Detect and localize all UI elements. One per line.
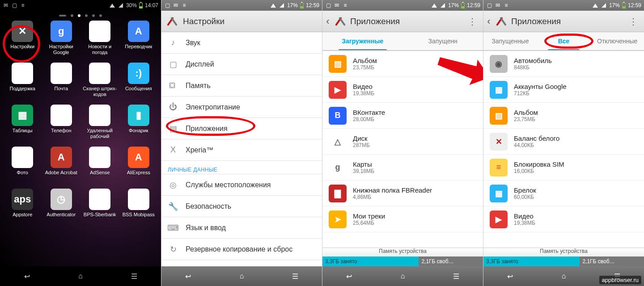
app-row-Блокировка SIM[interactable]: ≡Блокировка SIM16,00КБ (483, 155, 644, 181)
nav-back[interactable]: ↩ (339, 271, 359, 282)
setting-Резервное копирование и сброс[interactable]: ↻Резервное копирование и сброс (161, 239, 322, 260)
app-icon: A (128, 147, 149, 168)
app-size: 23,75МБ (514, 116, 538, 122)
app-label: BPS-Sberbank (84, 212, 116, 218)
setting-Память[interactable]: ⛋Память (161, 75, 322, 97)
nav-recents[interactable]: ☰ (607, 271, 627, 282)
setting-label: Память (186, 82, 211, 90)
nav-recents[interactable]: ☰ (124, 271, 144, 282)
app-Поддержка[interactable]: XcПоддержка (4, 63, 42, 104)
panel-home: ✉ ▢ ≡ 30% 14:07 ✕НастройкиgНастройки Goo… (0, 0, 161, 286)
app-Фото[interactable]: ✦Фото (4, 147, 42, 188)
app-Переводчик[interactable]: AПереводчик (120, 21, 158, 62)
app-row-Альбом[interactable]: ▧Альбом23,75МБ (322, 51, 483, 77)
app-row-Автомобиль[interactable]: ◉Автомобиль848КБ (483, 51, 644, 77)
nav-home[interactable]: ⌂ (554, 271, 573, 282)
app-AliExpress[interactable]: AAliExpress (120, 147, 158, 188)
nav-home[interactable]: ⌂ (71, 271, 90, 282)
app-icon: A (128, 21, 149, 42)
nav-back[interactable]: ↩ (500, 271, 520, 282)
app-row-Мои треки[interactable]: ➤Мои треки25,64МБ (322, 206, 483, 232)
app-label: Настройки (10, 44, 34, 50)
back-button[interactable]: ‹ (485, 16, 492, 27)
app-name: Мои треки (353, 212, 385, 220)
setting-label: Электропитание (186, 103, 240, 111)
app-row-ВКонтакте[interactable]: BВКонтакте28,00МБ (322, 103, 483, 129)
app-Настройки Google[interactable]: gНастройки Google (42, 21, 80, 62)
app-Таблицы[interactable]: ▦Таблицы (4, 105, 42, 146)
setting-Службы местоположения[interactable]: ◎Службы местоположения (161, 174, 322, 196)
app-label: AliExpress (127, 170, 150, 176)
setting-Дисплей[interactable]: ▢Дисплей (161, 54, 322, 75)
setting-Xperia™[interactable]: XXperia™ (161, 139, 322, 161)
app-name: Видео (353, 83, 374, 90)
app-name: Книжная полка FBReader (353, 186, 432, 194)
app-label: Удаленный рабочий (81, 128, 118, 139)
setting-Приложения[interactable]: ▤Приложения (161, 118, 322, 139)
setting-Язык и ввод[interactable]: ⌨Язык и ввод (161, 217, 322, 239)
tab-Запущенные[interactable]: Запущенные (483, 32, 537, 50)
nav-home[interactable]: ⌂ (393, 271, 412, 282)
setting-Звук[interactable]: ♪Звук (161, 32, 322, 54)
app-row-Карты[interactable]: gКарты39,18МБ (322, 155, 483, 181)
setting-Безопасность[interactable]: 🔧Безопасность (161, 196, 322, 217)
overflow-menu[interactable]: ⋮ (626, 16, 640, 27)
screen-title: Настройки (183, 17, 225, 26)
app-Фонарик[interactable]: ▮Фонарик (120, 105, 158, 146)
app-row-Видео[interactable]: ▶Видео19,38МБ (322, 77, 483, 103)
action-bar: ‹ Приложения ⋮ (483, 11, 644, 32)
nav-recents[interactable]: ☰ (285, 271, 305, 282)
app-row-Видео[interactable]: ▶Видео19,38МБ (483, 206, 644, 232)
nav-bar: ↩ ⌂ ☰ (483, 266, 644, 286)
clock: 12:59 (306, 2, 319, 8)
app-BSS Mobipass[interactable]: BSSBSS Mobipass (120, 189, 158, 230)
app-icon: aps (12, 189, 33, 210)
storage-caption: Память устройства (322, 248, 483, 257)
app-Authenticator[interactable]: ◷Authenticator (42, 189, 80, 230)
app-Adobe Acrobat[interactable]: AAdobe Acrobat (42, 147, 80, 188)
setting-label: Приложения (186, 125, 228, 133)
app-row-Книжная полка FBReader[interactable]: ▇Книжная полка FBReader4,86МБ (322, 181, 483, 206)
setting-icon: ⏻ (168, 102, 178, 113)
app-row-Баланс белого[interactable]: ✕Баланс белого44,00КБ (483, 129, 644, 155)
sync-icon: ≡ (342, 2, 348, 8)
settings-icon (167, 16, 178, 27)
app-icon: ◧ (89, 147, 110, 168)
app-label: Почта (54, 86, 68, 92)
app-Телефон[interactable]: ✆Телефон (42, 105, 80, 146)
nav-recents[interactable]: ☰ (446, 271, 466, 282)
app-Новости и погода[interactable]: ≣Новости и погода (81, 21, 119, 62)
overflow-menu[interactable]: ⋮ (465, 16, 479, 27)
tab-Отключенные[interactable]: Отключенные (590, 32, 644, 50)
app-BPS-Sberbank[interactable]: ₴BPS-Sberbank (81, 189, 119, 230)
app-Сообщения[interactable]: :)Сообщения (120, 63, 158, 104)
app-row-Брелок[interactable]: ▦Брелок60,00КБ (483, 181, 644, 206)
app-row-Альбом[interactable]: ▧Альбом23,75МБ (483, 103, 644, 129)
wifi-icon (431, 2, 437, 8)
app-Настройки[interactable]: ✕Настройки (4, 21, 42, 62)
app-Сканер штрих-кодов[interactable]: ║║Сканер штрих-кодов (81, 63, 119, 104)
nav-back[interactable]: ↩ (17, 271, 37, 282)
app-row-Диск[interactable]: △Диск287МБ (322, 129, 483, 155)
app-icon: ✦ (12, 147, 33, 168)
calendar-icon: ▢ (325, 2, 331, 8)
app-icon: ≡ (490, 159, 508, 177)
tab-Загруженные[interactable]: Загруженные (322, 32, 403, 50)
app-Удаленный рабочий[interactable]: ⎚Удаленный рабочий (81, 105, 119, 146)
app-AdSense[interactable]: ◧AdSense (81, 147, 119, 188)
app-Appstore[interactable]: apsAppstore (4, 189, 42, 230)
tab-strip: ЗагруженныеЗапущенн (322, 32, 483, 51)
nav-home[interactable]: ⌂ (232, 271, 251, 282)
mail-icon: ✉ (334, 2, 340, 8)
tab-Запущенн[interactable]: Запущенн (403, 32, 483, 50)
nav-back[interactable]: ↩ (178, 271, 198, 282)
tab-Все[interactable]: Все (537, 32, 591, 50)
back-button[interactable]: ‹ (324, 16, 331, 27)
setting-Электропитание[interactable]: ⏻Электропитание (161, 97, 322, 118)
status-bar: ▢ ✉ ≡ 17% 12:59 (161, 0, 322, 11)
storage-used: 3,3ГБ занято (322, 257, 419, 266)
app-icon: ▶ (329, 81, 347, 99)
app-Почта[interactable]: ✉Почта (42, 63, 80, 104)
app-row-Аккаунты Google[interactable]: ▦Аккаунты Google712КБ (483, 77, 644, 103)
nav-bar: ↩ ⌂ ☰ (0, 266, 161, 286)
